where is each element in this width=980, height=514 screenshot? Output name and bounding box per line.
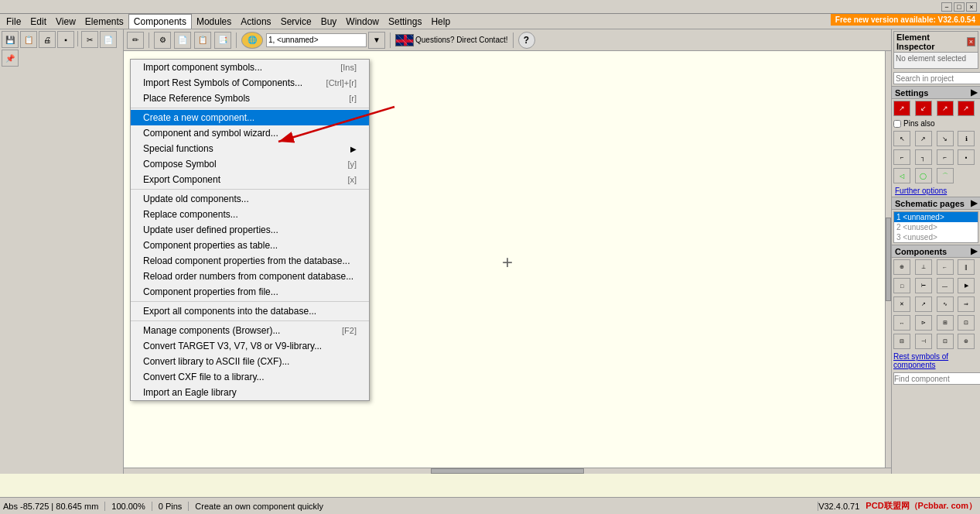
tool-red-1[interactable]: ↗ (893, 101, 910, 116)
dropdown-comp-props-file[interactable]: Component properties from file... (131, 284, 369, 300)
comp-btn-17[interactable]: ⊟ (893, 334, 910, 349)
comp-btn-16[interactable]: ⊡ (958, 315, 975, 331)
menu-buy[interactable]: Buy (316, 15, 342, 29)
comp-btn-18[interactable]: ⊣ (915, 334, 932, 349)
comp-btn-2[interactable]: ⊥ (915, 259, 932, 275)
menu-view[interactable]: View (51, 15, 80, 29)
search-input[interactable] (893, 72, 980, 84)
dropdown-convert-target[interactable]: Convert TARGET V3, V7, V8 or V9-library.… (131, 338, 369, 354)
dropdown-update-old[interactable]: Update old components... (131, 191, 369, 207)
schematic-item-3[interactable]: 3 <unused> (894, 232, 978, 242)
help-button[interactable]: ? (518, 32, 535, 49)
schematic-item-2[interactable]: 2 <unused> (894, 222, 978, 232)
tb-pen[interactable]: ✏ (127, 32, 144, 49)
comp-dropdown-btn[interactable]: ▼ (368, 32, 385, 49)
dropdown-import-symbols[interactable]: Import component symbols... [Ins] (131, 60, 369, 75)
tb-doc2[interactable]: 📋 (194, 32, 211, 49)
dropdown-convert-cxf[interactable]: Convert CXF file to a library... (131, 369, 369, 385)
inspector-close-button[interactable]: × (967, 37, 975, 46)
comp-btn-12[interactable]: ⇒ (958, 296, 975, 312)
tool-line-3[interactable]: ⌒ (937, 168, 954, 183)
dropdown-import-eagle[interactable]: Import an Eagle library (131, 385, 369, 400)
tool-red-2[interactable]: ↙ (915, 101, 932, 116)
comp-btn-19[interactable]: ⊡ (937, 334, 954, 349)
toolbar-btn-3[interactable]: 🖨 (39, 31, 56, 48)
update-notice[interactable]: Free new version available: V32.6.0.54 (831, 14, 980, 26)
comp-btn-4[interactable]: ‖ (958, 259, 975, 275)
menu-modules[interactable]: Modules (192, 15, 236, 29)
dropdown-import-rest[interactable]: Import Rest Symbols of Components... [Ct… (131, 75, 369, 91)
menu-elements[interactable]: Elements (80, 15, 128, 29)
comp-btn-5[interactable]: □ (893, 278, 910, 293)
comp-btn-9[interactable]: ✕ (893, 296, 910, 312)
menu-edit[interactable]: Edit (26, 15, 51, 29)
toolbar-btn-copy[interactable]: 📄 (100, 31, 117, 48)
menu-actions[interactable]: Actions (236, 15, 275, 29)
menu-file[interactable]: File (2, 15, 26, 29)
tool-shape-4[interactable]: ▪ (958, 149, 975, 165)
tool-shape-1[interactable]: ⌐ (893, 149, 910, 165)
tb-doc3[interactable]: 📑 (214, 32, 231, 49)
toolbar-btn-4[interactable]: ▪ (57, 31, 74, 48)
v-scrollbar[interactable] (885, 51, 891, 468)
dropdown-place-reference[interactable]: Place Reference Symbols [r] (131, 91, 369, 106)
dropdown-compose-symbol[interactable]: Compose Symbol [y] (131, 156, 369, 172)
comp-btn-10[interactable]: ↗ (915, 296, 932, 312)
comp-btn-13[interactable]: ↔ (893, 315, 910, 331)
comp-btn-3[interactable]: ← (937, 259, 954, 275)
tool-line-2[interactable]: ◯ (915, 168, 932, 183)
tool-shape-2[interactable]: ┐ (915, 149, 932, 165)
dropdown-replace[interactable]: Replace components... (131, 207, 369, 222)
dropdown-convert-ascii[interactable]: Convert library to ASCII file (CXF)... (131, 354, 369, 369)
dropdown-export-all[interactable]: Export all components into the database.… (131, 303, 369, 319)
menu-settings[interactable]: Settings (384, 15, 426, 29)
maximize-button[interactable]: □ (954, 2, 965, 12)
dropdown-reload-order-nums[interactable]: Reload order numbers from component data… (131, 269, 369, 284)
find-component-input[interactable] (893, 372, 980, 385)
minimize-button[interactable]: − (941, 2, 952, 12)
v-scrollbar-thumb[interactable] (886, 218, 891, 301)
comp-btn-8[interactable]: ▶ (958, 278, 975, 293)
toolbar-btn-cut[interactable]: ✂ (81, 31, 98, 48)
h-scrollbar[interactable] (124, 468, 891, 474)
dropdown-create-new[interactable]: Create a new component... (131, 110, 369, 125)
rest-symbols-link[interactable]: Rest symbols of components (892, 351, 980, 371)
tb-comp[interactable]: ⚙ (154, 32, 171, 49)
comp-btn-14[interactable]: ⊳ (915, 315, 932, 331)
tool-shape-3[interactable]: ⌐ (937, 149, 954, 165)
schematic-item-1[interactable]: 1 <unnamed> (894, 212, 978, 222)
tool-arrow-3[interactable]: ↘ (937, 131, 954, 146)
tool-line-1[interactable]: ◁ (893, 168, 910, 183)
menu-window[interactable]: Window (341, 15, 384, 29)
close-button[interactable]: × (966, 2, 977, 12)
dropdown-comp-wizard[interactable]: Component and symbol wizard... (131, 125, 369, 141)
dropdown-reload-comp-props[interactable]: Reload component properties from the dat… (131, 253, 369, 269)
flag-icon[interactable] (395, 34, 414, 46)
comp-btn-1[interactable]: ⊕ (893, 259, 910, 275)
comp-btn-15[interactable]: ⊞ (937, 315, 954, 331)
comp-btn-11[interactable]: ∿ (937, 296, 954, 312)
dropdown-special-functions[interactable]: Special functions ▶ (131, 141, 369, 156)
dropdown-export-component[interactable]: Export Component [x] (131, 172, 369, 187)
menu-service[interactable]: Service (276, 15, 316, 29)
toolbar-btn-2[interactable]: 📋 (20, 31, 37, 48)
menu-components[interactable]: Components (128, 14, 192, 29)
comp-btn-20[interactable]: ⊛ (958, 334, 975, 349)
component-name[interactable]: 1, <unnamed> (266, 33, 367, 47)
comp-btn-6[interactable]: ⊢ (915, 278, 932, 293)
dropdown-update-user-props[interactable]: Update user defined properties... (131, 222, 369, 238)
further-options-link[interactable]: Further options (892, 185, 980, 197)
h-scrollbar-thumb[interactable] (431, 468, 584, 474)
dropdown-manage-comps[interactable]: Manage components (Browser)... [F2] (131, 323, 369, 338)
menu-help[interactable]: Help (426, 15, 455, 29)
tool-info[interactable]: ℹ (958, 131, 975, 146)
comp-btn-7[interactable]: — (937, 278, 954, 293)
toolbar-btn-paste[interactable]: 📌 (2, 50, 19, 67)
tb-doc1[interactable]: 📄 (174, 32, 191, 49)
contact-link[interactable]: Questions? Direct Contact! (415, 36, 508, 44)
toolbar-btn-1[interactable]: 💾 (2, 31, 19, 48)
tool-red-3[interactable]: ↗ (937, 101, 954, 116)
tool-red-4[interactable]: ↗ (958, 101, 975, 116)
tool-arrow-2[interactable]: ↗ (915, 131, 932, 146)
pins-also-checkbox[interactable] (893, 120, 901, 128)
